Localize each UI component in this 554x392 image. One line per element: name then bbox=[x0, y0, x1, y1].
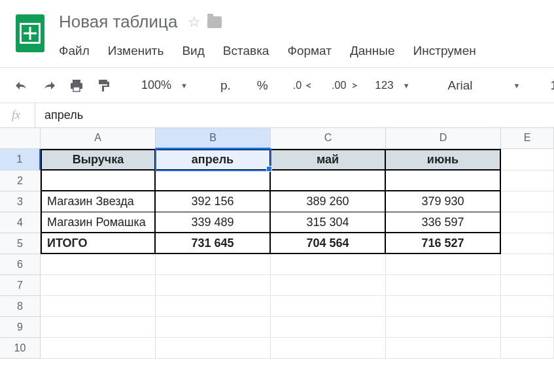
document-title[interactable]: Новая таблица bbox=[55, 10, 181, 33]
currency-button[interactable]: р. bbox=[209, 74, 243, 97]
percent-button[interactable]: % bbox=[245, 74, 280, 97]
cell-c1[interactable]: май bbox=[271, 149, 386, 171]
font-size-input[interactable]: 10 bbox=[541, 74, 554, 97]
cell-e7[interactable] bbox=[501, 275, 554, 296]
cell-a1[interactable]: Выручка bbox=[41, 149, 156, 171]
cell-d5[interactable]: 716 527 bbox=[386, 233, 501, 254]
cell-d7[interactable] bbox=[386, 275, 501, 296]
cell-c9[interactable] bbox=[271, 317, 386, 338]
menu-insert[interactable]: Вставка bbox=[214, 41, 279, 61]
formula-bar: fx bbox=[0, 103, 554, 128]
title-area: Новая таблица ☆ Файл Изменить Вид Вставк… bbox=[55, 5, 554, 67]
row-header-3[interactable]: 3 bbox=[0, 191, 41, 212]
cell-c2[interactable] bbox=[271, 171, 386, 191]
cell-b10[interactable] bbox=[156, 338, 271, 359]
cell-e8[interactable] bbox=[501, 296, 554, 317]
menu-view[interactable]: Вид bbox=[173, 41, 213, 61]
cell-e2[interactable] bbox=[501, 171, 554, 191]
menu-file[interactable]: Файл bbox=[55, 41, 99, 61]
menu-tools[interactable]: Инструмен bbox=[404, 41, 485, 61]
app-header: Новая таблица ☆ Файл Изменить Вид Вставк… bbox=[0, 0, 554, 68]
col-header-b[interactable]: B bbox=[156, 128, 271, 149]
cell-a7[interactable] bbox=[41, 275, 156, 296]
star-icon[interactable]: ☆ bbox=[188, 14, 201, 31]
cell-b6[interactable] bbox=[156, 254, 271, 275]
cell-e10[interactable] bbox=[501, 338, 554, 359]
row-header-9[interactable]: 9 bbox=[0, 317, 41, 338]
cell-c10[interactable] bbox=[271, 338, 386, 359]
row-header-8[interactable]: 8 bbox=[0, 296, 41, 317]
row-header-5[interactable]: 5 bbox=[0, 233, 41, 254]
cell-a5[interactable]: ИТОГО bbox=[41, 233, 156, 254]
cell-a8[interactable] bbox=[41, 296, 156, 317]
cell-b4[interactable]: 339 489 bbox=[156, 212, 271, 233]
cell-d6[interactable] bbox=[386, 254, 501, 275]
folder-icon[interactable] bbox=[207, 16, 222, 28]
cell-d8[interactable] bbox=[386, 296, 501, 317]
cell-d3[interactable]: 379 930 bbox=[386, 191, 501, 212]
cell-e4[interactable] bbox=[501, 212, 554, 233]
row-header-1[interactable]: 1 bbox=[0, 149, 41, 171]
col-header-a[interactable]: A bbox=[41, 128, 156, 149]
sheets-logo-icon[interactable] bbox=[16, 14, 44, 52]
cell-d10[interactable] bbox=[386, 338, 501, 359]
chevron-down-icon: ▼ bbox=[181, 82, 188, 90]
more-formats-dropdown[interactable]: 123 ▼ bbox=[366, 75, 415, 96]
row-header-2[interactable]: 2 bbox=[0, 171, 41, 191]
col-header-e[interactable]: E bbox=[501, 128, 554, 149]
cell-a4[interactable]: Магазин Ромашка bbox=[41, 212, 156, 233]
col-header-d[interactable]: D bbox=[386, 128, 501, 149]
cell-c7[interactable] bbox=[271, 275, 386, 296]
cell-a2[interactable] bbox=[41, 171, 156, 191]
col-header-c[interactable]: C bbox=[271, 128, 386, 149]
cell-d2[interactable] bbox=[386, 171, 501, 191]
cell-b5[interactable]: 731 645 bbox=[156, 233, 271, 254]
cell-a9[interactable] bbox=[41, 317, 156, 338]
undo-button[interactable] bbox=[9, 76, 34, 95]
cell-c8[interactable] bbox=[271, 296, 386, 317]
cell-b2[interactable] bbox=[156, 171, 271, 191]
row-header-4[interactable]: 4 bbox=[0, 212, 41, 233]
cell-e5[interactable] bbox=[501, 233, 554, 254]
cell-d9[interactable] bbox=[386, 317, 501, 338]
zoom-dropdown[interactable]: 100% ▼ bbox=[132, 74, 193, 96]
increase-decimal-button[interactable]: .00 bbox=[321, 76, 363, 95]
cell-c6[interactable] bbox=[271, 254, 386, 275]
decrease-decimal-button[interactable]: .0 bbox=[283, 76, 319, 95]
row-header-6[interactable]: 6 bbox=[0, 254, 41, 275]
font-dropdown[interactable]: Arial ▼ bbox=[431, 74, 526, 97]
title-row: Новая таблица ☆ bbox=[55, 10, 554, 33]
cell-c5[interactable]: 704 564 bbox=[271, 233, 386, 254]
cell-a10[interactable] bbox=[41, 338, 156, 359]
print-button[interactable] bbox=[64, 75, 89, 96]
cell-e9[interactable] bbox=[501, 317, 554, 338]
cell-e6[interactable] bbox=[501, 254, 554, 275]
cell-b3[interactable]: 392 156 bbox=[156, 191, 271, 212]
cell-a6[interactable] bbox=[41, 254, 156, 275]
menu-edit[interactable]: Изменить bbox=[99, 41, 173, 61]
cell-d4[interactable]: 336 597 bbox=[386, 212, 501, 233]
cell-b7[interactable] bbox=[156, 275, 271, 296]
row-header-10[interactable]: 10 bbox=[0, 338, 41, 359]
formula-input[interactable] bbox=[35, 103, 554, 127]
cell-c4[interactable]: 315 304 bbox=[271, 212, 386, 233]
redo-button[interactable] bbox=[37, 76, 61, 95]
menu-format[interactable]: Формат bbox=[278, 41, 341, 61]
row-header-7[interactable]: 7 bbox=[0, 275, 41, 296]
cell-b1[interactable]: апрель bbox=[156, 149, 271, 171]
logo-wrap bbox=[0, 5, 55, 52]
cell-b8[interactable] bbox=[156, 296, 271, 317]
cell-e3[interactable] bbox=[501, 191, 554, 212]
svg-rect-0 bbox=[73, 80, 80, 83]
cell-a3[interactable]: Магазин Звезда bbox=[41, 191, 156, 212]
cell-b9[interactable] bbox=[156, 317, 271, 338]
cell-c3[interactable]: 389 260 bbox=[271, 191, 386, 212]
chevron-down-icon: ▼ bbox=[403, 82, 410, 90]
chevron-down-icon: ▼ bbox=[513, 82, 521, 90]
paint-format-button[interactable] bbox=[92, 74, 116, 97]
cell-d1[interactable]: июнь bbox=[386, 149, 501, 171]
cell-e1[interactable] bbox=[501, 149, 554, 171]
menu-data[interactable]: Данные bbox=[341, 41, 404, 61]
select-all-corner[interactable] bbox=[0, 128, 41, 149]
toolbar: 100% ▼ р. % .0 .00 123 ▼ Arial ▼ 10 bbox=[0, 68, 554, 103]
